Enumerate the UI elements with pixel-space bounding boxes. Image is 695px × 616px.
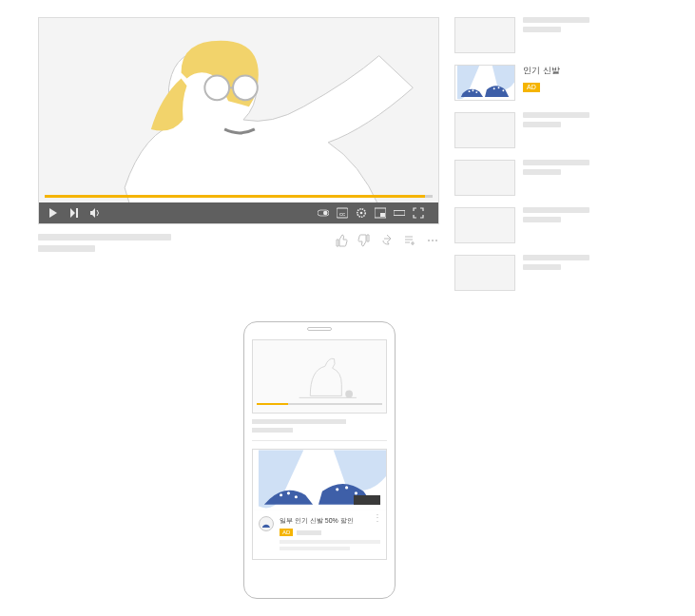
- ad-badge: AD: [523, 83, 540, 92]
- save-playlist-icon[interactable]: [403, 234, 416, 247]
- svg-point-30: [355, 491, 357, 494]
- progress-bar[interactable]: [45, 195, 433, 198]
- video-actions: [335, 234, 439, 247]
- mobile-video-player[interactable]: [252, 339, 387, 414]
- mobile-ad-image: [253, 450, 386, 510]
- svg-point-0: [204, 75, 229, 100]
- svg-point-25: [280, 493, 282, 496]
- mobile-ad-headline: 일부 인기 신발 50% 할인: [280, 516, 380, 526]
- svg-rect-10: [380, 213, 385, 217]
- svg-point-18: [475, 91, 477, 93]
- mobile-device-frame: 일부 인기 신발 50% 할인 AD ⋮: [243, 321, 396, 599]
- sidebar-ad-thumb: [454, 65, 515, 101]
- play-icon[interactable]: [47, 207, 60, 219]
- sidebar-item[interactable]: [454, 207, 622, 243]
- svg-point-16: [469, 90, 471, 92]
- desktop-layout: cc: [38, 17, 622, 302]
- svg-point-20: [498, 87, 500, 88]
- svg-point-12: [428, 240, 430, 241]
- svg-point-1: [233, 75, 258, 100]
- volume-icon[interactable]: [88, 207, 102, 219]
- next-icon[interactable]: [68, 207, 81, 219]
- captions-icon[interactable]: cc: [336, 207, 349, 219]
- player-controls: cc: [39, 202, 438, 223]
- mobile-ad-cta-button[interactable]: [354, 495, 380, 505]
- below-player: [38, 234, 439, 257]
- autoplay-toggle-icon[interactable]: [317, 207, 330, 219]
- svg-point-26: [287, 491, 290, 494]
- more-icon[interactable]: [426, 234, 439, 247]
- svg-point-19: [493, 87, 495, 89]
- thumbs-down-icon[interactable]: [357, 234, 371, 247]
- ad-badge: AD: [280, 529, 293, 536]
- mobile-ad-card[interactable]: 일부 인기 신발 50% 할인 AD ⋮: [252, 449, 387, 560]
- svg-point-17: [472, 89, 473, 91]
- video-player[interactable]: cc: [38, 17, 439, 224]
- advertiser-avatar: [259, 516, 274, 531]
- sidebar-thumb: [454, 17, 515, 53]
- ad-body-placeholder: [280, 547, 350, 550]
- svg-point-22: [345, 391, 353, 398]
- mobile-progress-bar[interactable]: [257, 403, 382, 405]
- miniplayer-icon[interactable]: [374, 207, 387, 219]
- video-title-placeholder: [38, 234, 335, 257]
- sidebar-ad-title: 인기 신발: [523, 65, 622, 77]
- video-sidebar: 인기 신발 AD: [454, 17, 622, 302]
- settings-gear-icon[interactable]: [355, 207, 368, 219]
- sidebar-ad-item[interactable]: 인기 신발 AD: [454, 65, 622, 101]
- svg-point-28: [336, 488, 338, 491]
- sidebar-thumb: [454, 112, 515, 148]
- player-illustration-woman: [39, 18, 438, 223]
- phone-speaker: [307, 327, 332, 331]
- sidebar-thumb: [454, 160, 515, 196]
- svg-text:cc: cc: [339, 211, 345, 217]
- sidebar-thumb: [454, 255, 515, 291]
- mobile-player-illustration-dog: [253, 340, 386, 413]
- svg-point-8: [360, 212, 363, 215]
- mobile-video-title-placeholder: [252, 419, 387, 433]
- svg-point-13: [432, 240, 434, 241]
- sidebar-item[interactable]: [454, 255, 622, 291]
- divider: [252, 440, 387, 441]
- fullscreen-icon[interactable]: [412, 207, 425, 219]
- svg-point-4: [323, 211, 328, 216]
- mobile-ad-more-icon[interactable]: ⋮: [373, 516, 382, 520]
- svg-point-21: [502, 89, 504, 91]
- share-icon[interactable]: [380, 234, 394, 247]
- sidebar-item[interactable]: [454, 112, 622, 148]
- ad-body-placeholder: [280, 540, 380, 544]
- theater-icon[interactable]: [393, 207, 406, 219]
- sidebar-item[interactable]: [454, 17, 622, 53]
- advertiser-name-placeholder: [297, 530, 321, 535]
- svg-point-29: [345, 486, 348, 489]
- sidebar-item[interactable]: [454, 160, 622, 196]
- thumbs-up-icon[interactable]: [335, 234, 348, 247]
- svg-point-27: [295, 495, 298, 498]
- svg-rect-11: [394, 210, 405, 215]
- svg-point-14: [435, 240, 437, 241]
- sidebar-thumb: [454, 207, 515, 243]
